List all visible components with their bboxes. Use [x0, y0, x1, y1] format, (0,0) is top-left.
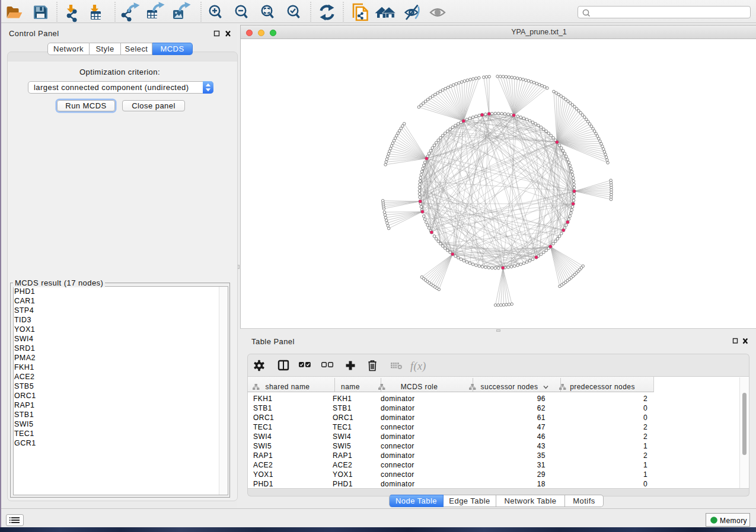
svg-text:f(x): f(x) [410, 360, 426, 373]
